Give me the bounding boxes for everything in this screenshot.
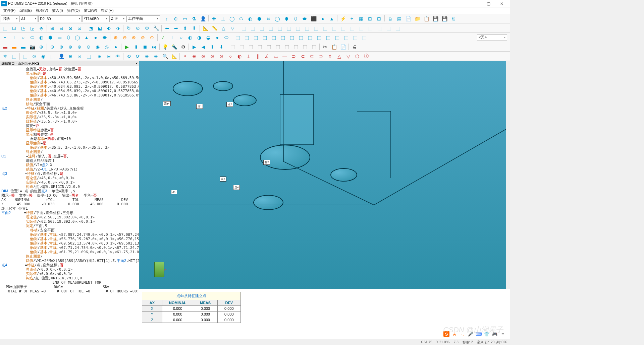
b5-icon[interactable]: ⬚ — [275, 24, 284, 32]
g12-icon[interactable]: ⬚ — [333, 33, 341, 42]
a3-icon[interactable]: ⬚ — [21, 52, 30, 60]
g1-icon[interactable]: ⬚ — [233, 33, 242, 42]
torus-icon[interactable]: ⬬ — [100, 33, 109, 42]
a1-icon[interactable]: ⚛ — [1, 52, 9, 60]
cut-icon[interactable]: ✂ — [321, 43, 329, 51]
arc-icon[interactable]: ◐ — [37, 33, 46, 42]
pt-icon[interactable]: • — [1, 33, 9, 42]
poly-icon[interactable]: ⬢ — [46, 33, 55, 42]
menu-item[interactable]: 视图(V) — [34, 8, 50, 13]
m2[interactable]: ⬚ — [237, 43, 246, 51]
ring-icon[interactable]: ◯ — [273, 15, 282, 23]
circle-icon[interactable]: ◯ — [228, 15, 236, 23]
box2-icon[interactable]: ⊡ — [10, 24, 18, 32]
v8-icon[interactable]: ● — [111, 43, 120, 51]
dot2-icon[interactable]: ⊙ — [148, 33, 156, 42]
print2-icon[interactable]: 🖨 — [350, 43, 359, 51]
tri2-icon[interactable]: ▽ — [228, 24, 237, 32]
t11[interactable]: ⌓ — [271, 52, 280, 60]
rect-icon[interactable]: ▭ — [180, 15, 189, 23]
angle-combo[interactable]: *T1A0B0 — [82, 15, 109, 22]
pos-icon[interactable]: ⊕ — [111, 33, 120, 42]
menu-item[interactable]: 文件(F) — [1, 8, 17, 13]
g11-icon[interactable]: ⬚ — [324, 33, 332, 42]
g2-icon[interactable]: ⬚ — [242, 33, 251, 42]
t1[interactable]: ⌖ — [181, 52, 190, 60]
t9[interactable]: ∥ — [253, 52, 262, 60]
report-icon[interactable]: ▤ — [395, 15, 404, 23]
a10-icon[interactable]: ⬚ — [84, 52, 93, 60]
right-icon[interactable]: ➡ — [172, 24, 180, 32]
box3-icon[interactable]: ◳ — [19, 24, 28, 32]
print-icon[interactable]: ⎙ — [386, 15, 394, 23]
m7[interactable]: ⬚ — [282, 43, 291, 51]
m9[interactable]: ⬚ — [301, 43, 309, 51]
b14-icon[interactable]: ⬚ — [357, 24, 366, 32]
axis-combo[interactable]: Z 正 — [109, 15, 126, 22]
user-icon[interactable]: 👤 — [199, 15, 207, 23]
box4-icon[interactable]: ◲ — [28, 24, 37, 32]
v1-icon[interactable]: ⊙ — [48, 43, 57, 51]
b10-icon[interactable]: ⬚ — [321, 24, 329, 32]
ell-icon[interactable]: ⬭ — [28, 33, 37, 42]
ellipse-icon[interactable]: ⬭ — [237, 15, 246, 23]
b3-icon[interactable]: ⬚ — [257, 24, 266, 32]
tip-combo[interactable]: D2L30 — [38, 15, 82, 22]
menu-item[interactable]: 插入(I) — [50, 8, 65, 13]
t6[interactable]: ○ — [226, 52, 235, 60]
t17[interactable]: ◊ — [326, 52, 334, 60]
g5-icon[interactable]: ⬚ — [269, 33, 278, 42]
search-icon[interactable]: 🔍 — [161, 52, 169, 60]
m3[interactable]: ⬚ — [246, 43, 255, 51]
slot-icon[interactable]: ⬯ — [64, 33, 73, 42]
g8-icon[interactable]: ⬚ — [297, 33, 305, 42]
paste-icon[interactable]: 📄 — [339, 43, 347, 51]
a4-icon[interactable]: ⊙ — [30, 52, 39, 60]
stop-icon[interactable]: ⏹ — [141, 43, 149, 51]
mode-combo[interactable]: 启动 — [1, 15, 19, 22]
g3-icon[interactable]: ⬚ — [251, 33, 260, 42]
v6-icon[interactable]: ◉ — [93, 43, 102, 51]
cad-label[interactable]: 点1 — [196, 104, 203, 109]
sub-icon[interactable]: ⊖ — [152, 52, 160, 60]
poly4-icon[interactable]: ⬗ — [113, 24, 122, 32]
tri-icon[interactable]: △ — [219, 24, 228, 32]
h2-icon[interactable]: ◐ — [186, 33, 195, 42]
bolt-icon[interactable]: ⚡ — [338, 15, 347, 23]
t2[interactable]: ⊕ — [190, 52, 199, 60]
e2-icon[interactable]: ⬭ — [222, 33, 231, 42]
beaker-icon[interactable]: ⚗ — [190, 15, 198, 23]
add-icon[interactable]: ⊕ — [143, 52, 151, 60]
t8[interactable]: ⊥ — [244, 52, 253, 60]
g9-icon[interactable]: ⬚ — [306, 33, 314, 42]
poly-icon[interactable]: ⬔ — [86, 24, 95, 32]
perp2-icon[interactable]: ⊥ — [168, 33, 176, 42]
t18[interactable]: △ — [335, 52, 343, 60]
half-icon[interactable]: ◐ — [246, 15, 255, 23]
t4[interactable]: ⊘ — [208, 52, 217, 60]
t20[interactable]: ⬡ — [353, 52, 362, 60]
save-icon[interactable]: 💾 — [431, 15, 440, 23]
cad-label[interactable]: 圆1* — [163, 101, 171, 106]
b4-icon[interactable]: ⬚ — [266, 24, 275, 32]
folder-icon[interactable]: 📁 — [413, 15, 422, 23]
gear-icon[interactable]: ⚙ — [143, 24, 151, 32]
cone-icon[interactable]: ▲ — [327, 15, 336, 23]
poly3-icon[interactable]: ⬖ — [104, 24, 113, 32]
box-icon[interactable]: ⬚ — [1, 24, 9, 32]
menu-item[interactable]: 操作(O) — [65, 8, 82, 13]
grid4-icon[interactable]: ⊡ — [75, 24, 84, 32]
sph-icon[interactable]: ● — [91, 33, 100, 42]
wrench-icon[interactable]: 🔧 — [152, 24, 160, 32]
t14[interactable]: ⊂ — [299, 52, 307, 60]
cube-icon[interactable]: ⬛ — [309, 15, 318, 23]
gear2-icon[interactable]: ⚙ — [179, 43, 187, 51]
point-icon[interactable]: ⊙ — [171, 15, 180, 23]
window-icon[interactable]: ⊞ — [366, 15, 374, 23]
t15[interactable]: ⊆ — [308, 52, 316, 60]
b9-icon[interactable]: ⬚ — [312, 24, 320, 32]
up-icon[interactable]: ⬆ — [181, 24, 190, 32]
t12[interactable]: — — [280, 52, 289, 60]
bulb-icon[interactable]: 💡 — [161, 43, 169, 51]
w2-icon[interactable]: ⊟ — [104, 52, 113, 60]
